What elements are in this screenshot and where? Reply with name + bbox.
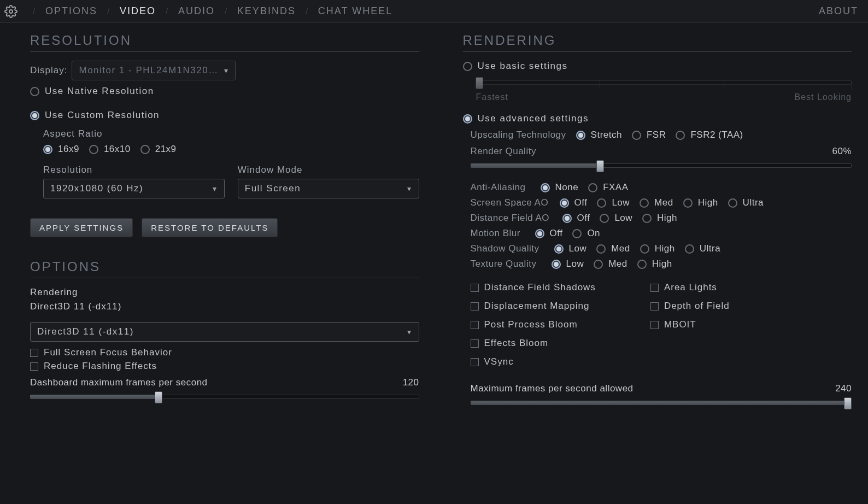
- aspect-ratio-label: Aspect Ratio: [43, 128, 419, 139]
- resolution-label: Resolution: [43, 165, 225, 175]
- radio-basic-settings[interactable]: Use basic settings: [463, 61, 852, 72]
- check-displacement[interactable]: Displacement Mapping: [471, 301, 596, 312]
- dfao-off[interactable]: Off: [562, 213, 590, 224]
- dashboard-fps-label: Dashboard maximum frames per second: [30, 377, 208, 388]
- chevron-down-icon: ▾: [224, 66, 229, 75]
- shadow-low[interactable]: Low: [554, 243, 587, 254]
- aa-label: Anti-Aliasing: [471, 182, 531, 193]
- basic-fastest-label: Fastest: [476, 92, 508, 102]
- aspect-16x9[interactable]: 16x9: [43, 144, 79, 155]
- restore-defaults-button[interactable]: RESTORE TO DEFAULTS: [142, 218, 278, 237]
- render-quality-slider[interactable]: [471, 160, 852, 170]
- maxfps-slider[interactable]: [471, 397, 852, 407]
- rendering-heading: RENDERING: [463, 33, 852, 48]
- maxfps-label: Maximum frames per second allowed: [471, 383, 634, 394]
- nav-video[interactable]: VIDEO: [120, 5, 156, 17]
- aspect-21x9[interactable]: 21x9: [140, 144, 177, 155]
- texture-med[interactable]: Med: [594, 259, 627, 269]
- ssao-med[interactable]: Med: [640, 197, 673, 208]
- aa-fxaa[interactable]: FXAA: [588, 182, 628, 193]
- mblur-label: Motion Blur: [471, 228, 525, 239]
- check-effects-bloom[interactable]: Effects Bloom: [471, 338, 596, 349]
- ssao-ultra[interactable]: Ultra: [728, 197, 764, 208]
- ssao-low[interactable]: Low: [597, 197, 630, 208]
- dashboard-fps-slider[interactable]: [30, 391, 419, 401]
- svg-point-0: [9, 10, 13, 13]
- rendering-label: Rendering: [30, 287, 419, 298]
- radio-custom-resolution[interactable]: Use Custom Resolution: [30, 110, 419, 121]
- upscale-label: Upscaling Technology: [471, 130, 566, 140]
- resolution-heading: RESOLUTION: [30, 33, 419, 48]
- chevron-down-icon: ▾: [407, 327, 412, 336]
- top-nav: / OPTIONS / VIDEO / AUDIO / KEYBINDS / C…: [0, 0, 868, 23]
- display-label: Display:: [30, 65, 67, 76]
- nav-keybinds[interactable]: KEYBINDS: [237, 5, 296, 17]
- dfao-high[interactable]: High: [642, 213, 677, 224]
- nav-audio[interactable]: AUDIO: [178, 5, 215, 17]
- upscale-fsr[interactable]: FSR: [632, 130, 666, 140]
- check-fullscreen-focus[interactable]: Full Screen Focus Behavior: [30, 347, 419, 358]
- chevron-down-icon: ▾: [407, 184, 412, 193]
- check-dfshadows[interactable]: Distance Field Shadows: [471, 282, 596, 293]
- rendering-api-select[interactable]: Direct3D 11 (-dx11) ▾: [30, 322, 419, 342]
- display-select[interactable]: Monitor 1 - PHL24M1N320… ▾: [72, 61, 236, 80]
- nav-options[interactable]: OPTIONS: [45, 5, 97, 17]
- gear-icon: [3, 4, 19, 19]
- apply-settings-button[interactable]: APPLY SETTINGS: [30, 218, 133, 237]
- options-heading: OPTIONS: [30, 259, 419, 274]
- basic-best-label: Best Looking: [794, 92, 852, 102]
- resolution-select[interactable]: 1920x1080 (60 Hz) ▾: [43, 179, 225, 198]
- radio-native-resolution[interactable]: Use Native Resolution: [30, 86, 419, 97]
- check-area-lights[interactable]: Area Lights: [650, 282, 730, 293]
- aa-none[interactable]: None: [541, 182, 579, 193]
- check-pp-bloom[interactable]: Post Process Bloom: [471, 319, 596, 330]
- shadow-high[interactable]: High: [640, 243, 675, 254]
- upscale-fsr2[interactable]: FSR2 (TAA): [676, 130, 743, 140]
- ssao-high[interactable]: High: [683, 197, 718, 208]
- nav-about[interactable]: ABOUT: [819, 5, 858, 17]
- window-mode-select[interactable]: Full Screen ▾: [238, 179, 419, 198]
- renderq-label: Render Quality: [471, 146, 564, 157]
- shadow-label: Shadow Quality: [471, 243, 544, 254]
- aspect-16x10[interactable]: 16x10: [89, 144, 131, 155]
- mblur-off[interactable]: Off: [535, 228, 563, 239]
- dfao-label: Distance Field AO: [471, 213, 553, 224]
- shadow-med[interactable]: Med: [596, 243, 630, 254]
- check-vsync[interactable]: VSync: [471, 356, 596, 367]
- renderq-value: 60%: [832, 146, 852, 157]
- window-mode-label: Window Mode: [238, 165, 419, 175]
- texture-low[interactable]: Low: [552, 259, 584, 269]
- texture-label: Texture Quality: [471, 259, 542, 269]
- nav-chatwheel[interactable]: CHAT WHEEL: [318, 5, 392, 17]
- maxfps-value: 240: [835, 383, 852, 394]
- shadow-ultra[interactable]: Ultra: [685, 243, 720, 254]
- mblur-on[interactable]: On: [572, 228, 600, 239]
- upscale-stretch[interactable]: Stretch: [576, 130, 622, 140]
- chevron-down-icon: ▾: [213, 184, 218, 193]
- rendering-current: Direct3D 11 (-dx11): [30, 301, 419, 312]
- ssao-off[interactable]: Off: [560, 197, 588, 208]
- ssao-label: Screen Space AO: [471, 197, 550, 208]
- check-dof[interactable]: Depth of Field: [650, 301, 730, 312]
- check-mboit[interactable]: MBOIT: [650, 319, 730, 330]
- dashboard-fps-value: 120: [403, 377, 419, 388]
- radio-advanced-settings[interactable]: Use advanced settings: [463, 113, 852, 124]
- texture-high[interactable]: High: [637, 259, 672, 269]
- dfao-low[interactable]: Low: [600, 213, 632, 224]
- check-reduce-flashing[interactable]: Reduce Flashing Effects: [30, 361, 419, 372]
- basic-quality-slider[interactable]: [476, 77, 852, 87]
